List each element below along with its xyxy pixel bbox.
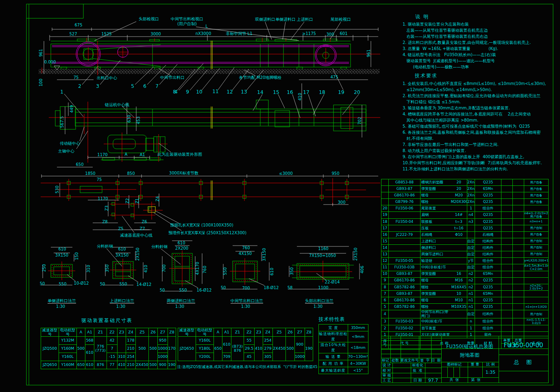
d4-scale: 1:30: [241, 304, 250, 309]
table-cell: 用户自备: [524, 192, 549, 199]
balloon-15: 15: [273, 89, 279, 95]
table-cell: [467, 225, 475, 231]
table-cell: 77: [107, 361, 118, 369]
table-header-cell: Z2: [107, 328, 118, 337]
sheet-name: 总 图: [514, 359, 533, 366]
drawing-title-line1: FU350(链运机总装图: [446, 343, 493, 350]
table-cell: 190: [305, 336, 313, 361]
d5-h2: 406: [360, 266, 364, 273]
table-cell: 1000: [158, 344, 168, 353]
d2-h: 350: [105, 264, 109, 272]
d2-right: 2X150: [135, 248, 140, 261]
table-cell: [513, 205, 524, 212]
table-cell: 650: [214, 336, 222, 361]
table-cell: JZQ650: [178, 336, 196, 361]
table-header-cell: A1: [85, 328, 94, 337]
table-cell: GB6170-86: [389, 192, 421, 199]
table-cell: 组合件: [475, 318, 501, 325]
table-cell: FU350-03B: [389, 264, 421, 271]
text-line: 4. 链运机型号表示法 FU350(机长m)——左(右)装: [403, 52, 557, 58]
red-lines: [41, 38, 380, 287]
table-cell: [451, 264, 467, 271]
table-cell: [389, 238, 421, 244]
weight-label: 重 量: [471, 362, 479, 367]
table-cell: FU350-03: [389, 318, 421, 325]
table-cell: 4~30KW: [348, 360, 368, 367]
table-cell: 中间(非标准)节: [421, 264, 451, 271]
table-cell: [501, 310, 513, 318]
table-cell: 中间节出料口(带闸门): [421, 310, 451, 318]
table-cell: 500: [149, 336, 158, 361]
table-cell: Y180L: [196, 344, 214, 353]
table-cell: [524, 271, 549, 277]
d3-h2: 760: [203, 266, 207, 273]
table-cell: [451, 257, 467, 264]
table-cell: [513, 257, 524, 264]
dim-75: 75: [74, 75, 79, 80]
table-cell: n2: [467, 271, 475, 277]
dim-z7: Z7: [139, 226, 145, 231]
table-header-cell: A: [214, 328, 222, 337]
d3-scale: 1:30: [175, 304, 184, 309]
table-cell: 10: [451, 291, 467, 297]
table-cell: GB5782-86: [389, 304, 421, 310]
d2-scale: 1:30: [116, 304, 125, 309]
cad-drawing-page: 675 527 1525 3000 nX3000 L 非标中间节 L1 ≥117…: [0, 0, 560, 392]
text-line: 驱动装置型号 J(减速机型号)——速比——机型号: [403, 58, 557, 64]
table-cell: [501, 257, 513, 264]
table-cell: 最大输送斜度: [319, 367, 348, 374]
text-line: 左装——从尾节往首节看驱动装置在机壳左边: [403, 27, 557, 33]
dim-nx3000: nX3000: [196, 31, 211, 36]
table-cell: FU350-06: [389, 205, 421, 212]
table-cell: [513, 238, 524, 244]
table-cell: 55: [244, 336, 255, 344]
tech-req-title: 技术要求: [415, 73, 438, 78]
d1-width: 610: [58, 247, 66, 251]
table-cell: 500: [286, 336, 295, 361]
text-line: 其中心线与端法兰相距距离应 >80mm.: [403, 117, 560, 123]
dim-z8: Z8: [102, 220, 107, 224]
table-cell: 279: [263, 344, 273, 353]
d3-title: 两侧进料口法兰: [167, 298, 195, 304]
table-cell: [501, 205, 513, 212]
table-cell: [524, 205, 549, 212]
table-header-cell: Z5: [273, 328, 286, 337]
d2-off: 50: [100, 282, 105, 286]
d5-off: 58: [288, 285, 293, 290]
table-cell: 210: [126, 344, 136, 353]
table-cell: 65Mn: [475, 186, 501, 192]
d4-h: 550: [223, 267, 227, 275]
table-cell: 410: [118, 361, 126, 369]
table-cell: 500: [149, 361, 158, 369]
table-cell: GB799-76: [389, 199, 421, 205]
table-cell: [501, 218, 513, 225]
table-cell: [381, 192, 389, 199]
table-cell: [501, 271, 513, 277]
table-cell: [501, 264, 513, 271]
balloon-19: 19: [338, 89, 344, 95]
table-cell: 19: [381, 212, 389, 219]
table-cell: M20X300: [451, 199, 467, 205]
table-cell: [513, 225, 524, 231]
table-cell: 用户自制: [524, 310, 549, 318]
table-header-cell: Z1: [231, 328, 244, 337]
table-cell: <15°: [348, 367, 368, 374]
dim-75-fnd: 75: [97, 177, 102, 182]
table-cell: 16: [451, 271, 467, 277]
table-cell: <18mm: [348, 342, 368, 353]
balloon-18: 18: [319, 89, 325, 95]
balloon-12: 12: [227, 89, 233, 95]
table-cell: 螺母: [421, 297, 451, 304]
table-cell: [451, 205, 467, 212]
dim-100: 100: [39, 78, 43, 86]
table-header-cell: 减速器型号: [178, 328, 196, 337]
table-header-cell: Z6: [149, 328, 158, 337]
table-cell: [389, 251, 421, 257]
table-cell: [451, 310, 467, 318]
d2-holes: 14-Ø12: [137, 282, 152, 287]
table-cell: 14#: [451, 212, 467, 219]
table-cell: [513, 297, 524, 304]
d5-scale: 1:30: [314, 304, 322, 309]
yellow-break-lines: [148, 41, 212, 212]
d4-base: 700: [242, 286, 250, 290]
